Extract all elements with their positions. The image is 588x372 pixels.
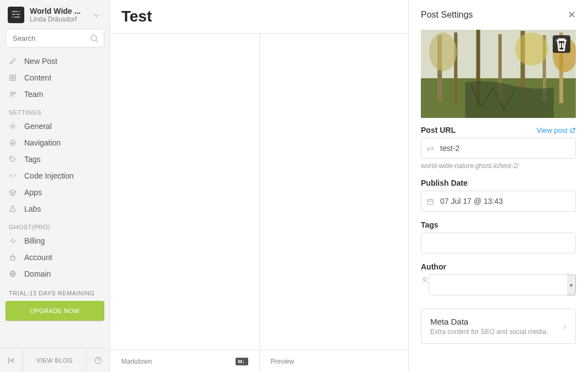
svg-point-34 bbox=[429, 33, 457, 71]
author-label: Author bbox=[421, 262, 576, 271]
upgrade-button[interactable]: UPGRADE NOW bbox=[6, 301, 104, 321]
chevron-right-icon: › bbox=[563, 321, 566, 332]
user-icon bbox=[421, 274, 429, 295]
sidebar-item-billing[interactable]: Billing bbox=[0, 233, 110, 249]
collapse-sidebar-button[interactable] bbox=[0, 348, 23, 372]
svg-point-13 bbox=[13, 92, 15, 94]
external-link-icon bbox=[570, 127, 576, 133]
view-blog-button[interactable]: VIEW BLOG bbox=[23, 348, 87, 372]
help-button[interactable] bbox=[87, 348, 110, 372]
markdown-editor[interactable] bbox=[110, 34, 260, 350]
svg-rect-0 bbox=[12, 11, 18, 12]
post-url-input[interactable] bbox=[421, 138, 576, 159]
sidebar-item-label: Apps bbox=[24, 188, 42, 197]
author-dropdown-button[interactable]: ▾ bbox=[567, 274, 576, 295]
editor-area: Test Markdown M↓ Preview bbox=[110, 0, 409, 372]
sidebar-item-label: New Post bbox=[24, 57, 57, 66]
post-settings-panel: Post Settings ✕ bbox=[409, 0, 588, 372]
labs-icon bbox=[9, 205, 20, 213]
sidebar-item-label: Labs bbox=[24, 204, 41, 213]
search-wrapper bbox=[6, 29, 104, 47]
post-url-hint: world-wide-nature.ghost.io/test-2/ bbox=[421, 162, 576, 170]
tags-input[interactable] bbox=[421, 233, 576, 254]
sidebar-item-label: Team bbox=[24, 90, 43, 99]
svg-line-7 bbox=[96, 40, 98, 42]
post-url-label: Post URL bbox=[421, 126, 456, 134]
sidebar-item-labs[interactable]: Labs bbox=[0, 201, 110, 217]
markdown-label: Markdown bbox=[121, 358, 152, 365]
svg-point-41 bbox=[424, 277, 426, 280]
svg-rect-3 bbox=[17, 14, 20, 15]
view-post-link[interactable]: View post bbox=[537, 126, 576, 134]
svg-point-6 bbox=[91, 35, 97, 41]
svg-point-35 bbox=[515, 33, 548, 66]
team-icon bbox=[9, 90, 20, 98]
compass-icon bbox=[9, 139, 20, 147]
lock-icon bbox=[9, 254, 20, 261]
pencil-icon bbox=[9, 57, 20, 65]
sidebar-item-domain[interactable]: Domain bbox=[0, 266, 110, 282]
list-icon bbox=[9, 74, 20, 82]
preview-label: Preview bbox=[271, 358, 295, 365]
preview-pane bbox=[260, 34, 409, 350]
site-logo bbox=[8, 7, 24, 23]
svg-rect-1 bbox=[19, 11, 20, 12]
code-icon bbox=[9, 172, 20, 180]
globe-icon bbox=[9, 270, 20, 278]
site-switcher[interactable]: World Wide ... Linda Dräusdorf bbox=[0, 0, 110, 29]
meta-title: Meta Data bbox=[430, 317, 548, 326]
chevron-down-icon[interactable] bbox=[91, 8, 102, 22]
sidebar-item-tags[interactable]: Tags bbox=[0, 151, 110, 168]
tags-label: Tags bbox=[421, 220, 576, 229]
sidebar: World Wide ... Linda Dräusdorf New Post … bbox=[0, 0, 110, 372]
sidebar-item-label: Billing bbox=[24, 236, 45, 245]
sidebar-item-label: Tags bbox=[24, 155, 41, 164]
calendar-icon bbox=[426, 196, 434, 206]
markdown-help-icon[interactable]: M↓ bbox=[236, 358, 248, 365]
svg-rect-2 bbox=[12, 14, 15, 15]
view-blog-label: VIEW BLOG bbox=[36, 357, 73, 364]
link-icon bbox=[426, 143, 434, 153]
featured-image[interactable] bbox=[421, 30, 576, 118]
sidebar-item-content[interactable]: Content bbox=[0, 69, 110, 86]
sidebar-item-apps[interactable]: Apps bbox=[0, 184, 110, 201]
sidebar-item-general[interactable]: General bbox=[0, 118, 110, 134]
sidebar-item-label: Account bbox=[24, 253, 52, 262]
author-select[interactable] bbox=[429, 274, 569, 295]
svg-rect-5 bbox=[14, 17, 20, 18]
svg-point-15 bbox=[10, 140, 15, 145]
search-icon bbox=[90, 33, 99, 43]
svg-rect-37 bbox=[427, 200, 433, 204]
meta-data-row[interactable]: Meta Data Extra content for SEO and soci… bbox=[421, 309, 576, 344]
publish-date-input[interactable] bbox=[421, 191, 576, 212]
site-name: World Wide ... bbox=[30, 7, 91, 15]
sidebar-section-ghostpro: GHOST(PRO) bbox=[0, 217, 110, 233]
tag-icon bbox=[9, 155, 20, 163]
current-user: Linda Dräusdorf bbox=[30, 15, 91, 23]
sidebar-section-settings: SETTINGS bbox=[0, 103, 110, 118]
panel-title: Post Settings bbox=[421, 10, 473, 20]
billing-icon bbox=[9, 237, 20, 245]
sidebar-item-label: General bbox=[24, 122, 52, 131]
gear-icon bbox=[9, 122, 20, 130]
sidebar-item-label: Navigation bbox=[24, 138, 61, 147]
sidebar-item-code-injection[interactable]: Code Injection bbox=[0, 168, 110, 184]
trial-text: TRIAL:13 DAYS REMAINING bbox=[0, 282, 110, 301]
svg-rect-4 bbox=[12, 17, 13, 18]
sidebar-item-team[interactable]: Team bbox=[0, 86, 110, 103]
sidebar-item-label: Domain bbox=[24, 269, 51, 278]
sidebar-item-navigation[interactable]: Navigation bbox=[0, 134, 110, 151]
sidebar-item-label: Code Injection bbox=[24, 171, 74, 180]
box-icon bbox=[9, 188, 20, 196]
view-post-label: View post bbox=[537, 126, 568, 134]
svg-point-16 bbox=[11, 158, 12, 159]
post-title[interactable]: Test bbox=[121, 8, 397, 25]
trash-icon[interactable] bbox=[553, 35, 570, 53]
publish-date-label: Publish Date bbox=[421, 179, 576, 187]
svg-rect-17 bbox=[10, 257, 15, 260]
svg-point-14 bbox=[12, 125, 14, 127]
sidebar-item-new-post[interactable]: New Post bbox=[0, 53, 110, 69]
svg-point-23 bbox=[98, 362, 99, 363]
sidebar-item-account[interactable]: Account bbox=[0, 249, 110, 266]
close-icon[interactable]: ✕ bbox=[568, 9, 576, 21]
